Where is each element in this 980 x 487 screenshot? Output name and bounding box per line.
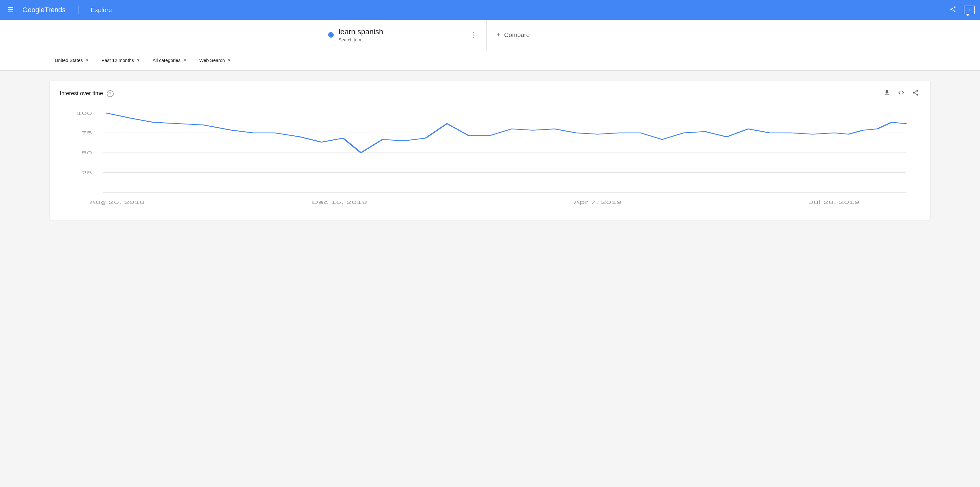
download-icon[interactable] [882,88,892,99]
header-right: ! [947,3,975,17]
explore-label: Explore [91,6,112,14]
search-term-info: learn spanish Search term [339,27,463,42]
search-type-filter[interactable]: Web Search ▼ [194,55,236,65]
feedback-icon[interactable]: ! [964,6,975,14]
share-icon[interactable] [947,3,959,17]
time-period-dropdown-icon: ▼ [136,58,140,63]
search-type-dropdown-icon: ▼ [227,58,231,63]
chart-header: Interest over time ? [60,88,920,99]
categories-filter[interactable]: All categories ▼ [148,55,192,65]
chart-svg: 100 75 50 25 Aug 26, 2018 Dec 16, 2018 A… [60,106,920,212]
header-divider [78,6,78,14]
search-term-box: learn spanish Search term ⋮ [322,20,487,50]
compare-label: Compare [504,32,530,38]
filters-inner: United States ▼ Past 12 months ▼ All cat… [50,50,930,70]
chart-wrapper: 100 75 50 25 Aug 26, 2018 Dec 16, 2018 A… [60,106,920,212]
more-options-icon[interactable]: ⋮ [468,28,480,42]
logo: Google Trends [22,6,66,14]
embed-code-icon[interactable] [897,88,906,99]
svg-text:Dec 16, 2018: Dec 16, 2018 [312,200,367,205]
filters-bar: United States ▼ Past 12 months ▼ All cat… [0,50,980,71]
svg-text:25: 25 [81,170,92,175]
trends-logo-text: Trends [45,6,66,14]
header-left: ☰ Google Trends Explore [5,3,112,16]
search-term-color-dot [328,32,334,38]
search-term-type: Search term [339,37,463,42]
region-label: United States [55,57,83,63]
app-header: ☰ Google Trends Explore ! [0,0,980,20]
search-type-label: Web Search [199,57,225,63]
google-logo-text: Google [22,6,45,14]
help-icon[interactable]: ? [107,90,114,97]
interest-over-time-card: Interest over time ? [50,81,930,220]
hamburger-menu-icon[interactable]: ☰ [5,3,16,16]
chart-title-area: Interest over time ? [60,90,114,97]
chart-title: Interest over time [60,90,103,97]
svg-text:Apr 7, 2019: Apr 7, 2019 [573,200,622,205]
region-filter[interactable]: United States ▼ [50,55,94,65]
share-chart-icon[interactable] [911,88,920,99]
svg-text:50: 50 [81,151,92,155]
compare-box[interactable]: + Compare [487,20,659,50]
svg-text:!: ! [969,8,970,11]
help-question-mark: ? [109,91,111,96]
svg-text:Aug 26, 2018: Aug 26, 2018 [89,200,145,205]
main-content: Interest over time ? [0,71,980,230]
svg-text:100: 100 [76,111,92,116]
svg-text:75: 75 [81,131,92,135]
compare-plus-icon: + [496,31,501,39]
categories-dropdown-icon: ▼ [183,58,187,63]
search-area: learn spanish Search term ⋮ + Compare [0,20,980,50]
categories-label: All categories [153,57,181,63]
region-dropdown-icon: ▼ [85,58,89,63]
svg-text:Jul 28, 2019: Jul 28, 2019 [809,200,859,205]
time-period-label: Past 12 months [102,57,134,63]
time-period-filter[interactable]: Past 12 months ▼ [97,55,145,65]
search-term-name: learn spanish [339,27,463,36]
chart-actions [882,88,920,99]
search-container: learn spanish Search term ⋮ + Compare [272,20,708,50]
